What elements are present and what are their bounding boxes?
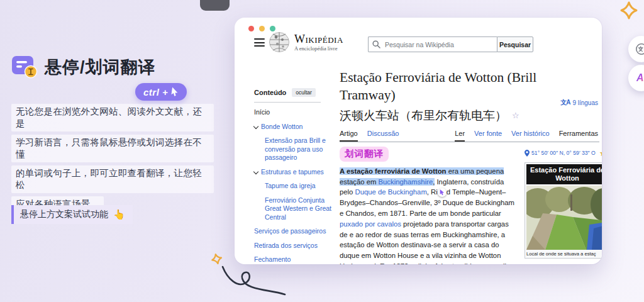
search-icon <box>372 40 380 48</box>
chevron-down-icon[interactable] <box>253 169 258 174</box>
translate-extension-button[interactable] <box>628 36 644 62</box>
wikipedia-globe-logo <box>269 31 290 53</box>
feature-description: 无论您是在浏览外文网站、阅读外文文献，还是 学习新语言，只需将鼠标悬停或划词选择… <box>11 104 214 212</box>
tab-ver-histórico[interactable]: Ver histórico <box>511 130 550 142</box>
toc-item-label: Ferroviário Conjunta Great Western e Gre… <box>265 196 337 222</box>
coordinates-text: 51° 50′ 00″ N, 0° 59′ 33″ O <box>531 150 596 156</box>
article-text: , Ri <box>427 188 438 196</box>
browser-window: Wikipédia A enciclopédia livre Pesquisar… <box>235 18 602 264</box>
tab-artigo[interactable]: Artigo <box>340 130 358 142</box>
tab-ferramentas[interactable]: Ferramentas <box>559 130 598 142</box>
toc-item[interactable]: Retirada dos serviços <box>254 242 337 250</box>
hover-cursor-icon <box>438 188 447 197</box>
minimize-window-button[interactable] <box>259 26 265 31</box>
toc-item[interactable]: Serviços de passageiros <box>254 227 337 236</box>
description-line: 学习新语言，只需将鼠标悬停或划词选择在不懂 <box>11 135 214 162</box>
search-bar: Pesquisar <box>368 36 533 52</box>
wikipedia-tagline: A enciclopédia livre <box>294 45 343 52</box>
search-input[interactable] <box>369 37 497 52</box>
try-feature-label: 悬停上方文案试试功能 <box>20 209 108 220</box>
tab-ler[interactable]: Ler <box>455 130 465 142</box>
toc-item[interactable]: Tapume da igreja <box>254 182 337 191</box>
infobox: Estação Ferroviária de Wotton <box>525 162 602 259</box>
window-controls <box>248 26 275 31</box>
toc-item-label: Tapume da igreja <box>265 182 316 191</box>
wikipedia-wordmark[interactable]: Wikipédia A enciclopédia livre <box>294 33 343 52</box>
feature-title: 悬停/划词翻译 <box>45 56 156 79</box>
toc-hide-button[interactable]: ocultar <box>292 88 316 97</box>
geo-coordinates[interactable]: 51° 50′ 00″ N, 0° 59′ 33″ O ★ <box>525 148 602 158</box>
search-button[interactable]: Pesquisar <box>497 36 533 52</box>
wikipedia-title: Wikipédia <box>294 33 343 45</box>
featured-star-icon: ★ <box>599 148 602 158</box>
toc-item-label: Extensão para Brill e conversão para uso… <box>265 137 337 162</box>
shortcut-badge: ctrl + <box>135 83 187 101</box>
languages-selector[interactable]: 文A 9 línguas <box>560 98 598 107</box>
toc-item[interactable]: Estruturas e tapumes <box>254 168 337 177</box>
close-window-button[interactable] <box>248 26 254 31</box>
toc-list: InícioBonde WottonExtensão para Brill e … <box>254 108 337 264</box>
tab-ver-fonte[interactable]: Ver fonte <box>474 130 502 142</box>
toc-item[interactable]: Extensão para Brill e conversão para uso… <box>254 137 337 162</box>
cursor-arrow-icon <box>170 87 179 98</box>
toc-item[interactable]: Ferroviário Conjunta Great Western e Gre… <box>254 196 337 222</box>
article: Estação Ferroviária de Wotton (Brill Tra… <box>340 69 599 264</box>
promo-panel: 悬停/划词翻译 ctrl + 无论您是在浏览外文网站、阅读外文文献，还是 学习新… <box>11 55 214 212</box>
article-tabs: ArtigoDiscussão LerVer fonteVer históric… <box>340 130 599 142</box>
chevron-down-icon[interactable] <box>253 123 258 128</box>
table-of-contents: Conteúdo ocultar InícioBonde WottonExten… <box>254 88 337 264</box>
try-feature-hint[interactable]: 悬停上方文案试试功能 👆 <box>11 205 133 224</box>
description-line: 无论您是在浏览外文网站、阅读外文文献，还是 <box>11 104 214 131</box>
toc-item-label: Bonde Wotton <box>261 123 303 131</box>
toc-header: Conteúdo <box>254 89 286 96</box>
watch-star-icon[interactable]: ☆ <box>512 111 519 121</box>
pointing-up-emoji: 👆 <box>113 209 125 220</box>
translate-document-icon <box>11 55 38 79</box>
map-pin-icon <box>525 150 530 157</box>
hamburger-menu-icon[interactable] <box>254 38 265 47</box>
article-link[interactable]: Buckinghamshire <box>379 178 433 186</box>
infobox-title: Estação Ferroviária de Wotton <box>526 164 602 184</box>
article-subtitle-zh: 沃顿火车站（布里尔有轨电车） <box>340 108 507 124</box>
toc-item[interactable]: Bonde Wotton <box>254 123 337 131</box>
zoom-window-button[interactable] <box>270 26 275 31</box>
description-line: 的单词或句子上，即可立即查看翻译，让您轻松 <box>11 165 214 193</box>
article-link[interactable]: Duque de Buckingham <box>355 188 427 196</box>
infobox-caption: Local de onde se situava a estaç <box>526 251 602 257</box>
languages-count: 9 línguas <box>572 99 598 106</box>
article-paragraph: A estação ferroviária de Wotton era uma … <box>340 166 516 264</box>
squiggle-arrow <box>219 263 289 298</box>
tab-discussão[interactable]: Discussão <box>367 130 399 142</box>
sparkle-icon <box>617 1 641 25</box>
toc-item: Início <box>254 108 337 117</box>
divider <box>254 102 321 103</box>
article-link[interactable]: puxado por cavalos <box>340 220 401 228</box>
translate-icon <box>635 43 644 55</box>
article-text: A estação ferroviária de Wotton <box>340 167 447 175</box>
ai-logo: Ai <box>636 72 644 84</box>
ai-assistant-button[interactable]: Ai <box>628 65 644 91</box>
languages-icon: 文A <box>560 98 570 107</box>
toc-item-label: Retirada dos serviços <box>254 242 318 250</box>
toc-item-label: Estruturas e tapumes <box>261 168 324 177</box>
article-title: Estação Ferroviária de Wotton (Brill Tra… <box>340 69 557 104</box>
toc-item-label: Início <box>254 108 270 117</box>
selection-translate-tag: 划词翻译 <box>340 147 389 162</box>
shortcut-label: ctrl + <box>143 87 168 98</box>
toc-item-label: Serviços de passageiros <box>254 227 326 236</box>
cutoff-dark-tooltip <box>200 0 230 11</box>
station-site-photo <box>526 186 602 250</box>
